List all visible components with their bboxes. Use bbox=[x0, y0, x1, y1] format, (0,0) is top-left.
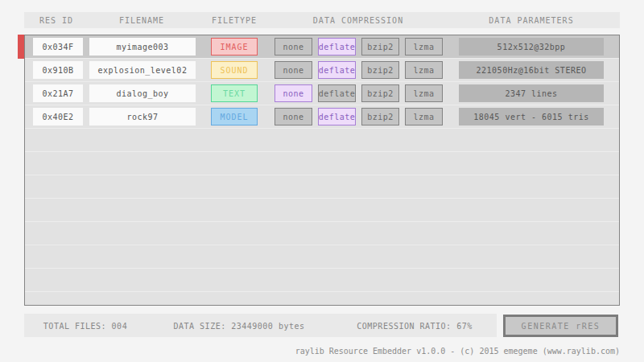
res-id-value: 0x40E2 bbox=[33, 108, 83, 125]
empty-row bbox=[25, 152, 619, 175]
empty-row bbox=[25, 222, 619, 245]
res-id-value: 0x21A7 bbox=[33, 84, 83, 102]
compression-option[interactable]: none bbox=[275, 84, 312, 102]
res-id-value: 0x910B bbox=[33, 61, 83, 79]
filetype-badge: MODEL bbox=[211, 108, 258, 125]
column-header-filetype: FILETYPE bbox=[212, 16, 257, 25]
data-parameters-value: 512x512@32bpp bbox=[459, 38, 604, 56]
compression-option[interactable]: deflate bbox=[318, 38, 356, 56]
table-row[interactable]: 0x40E2 rock97 MODEL none deflate bzip2 l… bbox=[25, 105, 619, 129]
compression-option[interactable]: none bbox=[275, 108, 312, 125]
compression-ratio-label: COMPRESSION RATIO: 67% bbox=[357, 321, 472, 330]
empty-row bbox=[25, 129, 619, 152]
filename-value: rock97 bbox=[89, 108, 196, 125]
filetype-badge: SOUND bbox=[211, 61, 258, 79]
filename-value: dialog_boy bbox=[89, 84, 196, 102]
column-header-data-compression: DATA COMPRESSION bbox=[313, 16, 403, 25]
compression-option[interactable]: bzip2 bbox=[361, 38, 399, 56]
generate-rres-button[interactable]: GENERATE rRES bbox=[503, 315, 618, 337]
data-parameters-value: 221050Hz@16bit STEREO bbox=[459, 61, 604, 79]
filename-value: explosion_level02 bbox=[89, 61, 196, 79]
table-row[interactable]: 0x910B explosion_level02 SOUND none defl… bbox=[25, 59, 619, 82]
compression-option[interactable]: deflate bbox=[318, 108, 356, 125]
statusbar-text: raylib Resource Embedder v1.0.0 - (c) 20… bbox=[295, 347, 620, 356]
compression-option[interactable]: lzma bbox=[405, 38, 443, 56]
data-parameters-value: 2347 lines bbox=[459, 84, 604, 102]
table-header: RES ID FILENAME FILETYPE DATA COMPRESSIO… bbox=[24, 12, 620, 28]
filetype-badge: IMAGE bbox=[211, 38, 258, 56]
empty-row bbox=[25, 175, 619, 199]
compression-option[interactable]: bzip2 bbox=[361, 61, 399, 79]
compression-option[interactable]: bzip2 bbox=[361, 84, 399, 102]
filetype-badge: TEXT bbox=[211, 84, 258, 102]
resource-list: 0x034F myimage003 IMAGE none deflate bzi… bbox=[24, 35, 620, 306]
column-header-res-id: RES ID bbox=[39, 16, 73, 25]
compression-option[interactable]: none bbox=[275, 38, 312, 56]
empty-row bbox=[25, 199, 619, 222]
compression-option[interactable]: lzma bbox=[405, 61, 443, 79]
compression-option[interactable]: lzma bbox=[405, 84, 443, 102]
table-row[interactable]: 0x034F myimage003 IMAGE none deflate bzi… bbox=[25, 35, 619, 59]
filename-value: myimage003 bbox=[89, 38, 196, 56]
data-parameters-value: 18045 vert - 6015 tris bbox=[459, 108, 604, 125]
total-files-label: TOTAL FILES: 004 bbox=[43, 321, 127, 330]
empty-row bbox=[25, 245, 619, 269]
data-size-label: DATA SIZE: 23449000 bytes bbox=[173, 321, 304, 330]
column-header-data-parameters: DATA PARAMETERS bbox=[489, 16, 573, 25]
table-row[interactable]: 0x21A7 dialog_boy TEXT none deflate bzip… bbox=[25, 82, 619, 105]
compression-option[interactable]: lzma bbox=[405, 108, 443, 125]
empty-row bbox=[25, 292, 619, 306]
compression-option[interactable]: bzip2 bbox=[361, 108, 399, 125]
empty-row bbox=[25, 269, 619, 292]
summary-bar: TOTAL FILES: 004 DATA SIZE: 23449000 byt… bbox=[24, 314, 497, 337]
resource-embedder-window: RES ID FILENAME FILETYPE DATA COMPRESSIO… bbox=[0, 0, 644, 362]
compression-option[interactable]: deflate bbox=[318, 84, 356, 102]
column-header-filename: FILENAME bbox=[119, 16, 164, 25]
compression-option[interactable]: none bbox=[275, 61, 312, 79]
res-id-value: 0x034F bbox=[33, 38, 83, 56]
compression-option[interactable]: deflate bbox=[318, 61, 356, 79]
